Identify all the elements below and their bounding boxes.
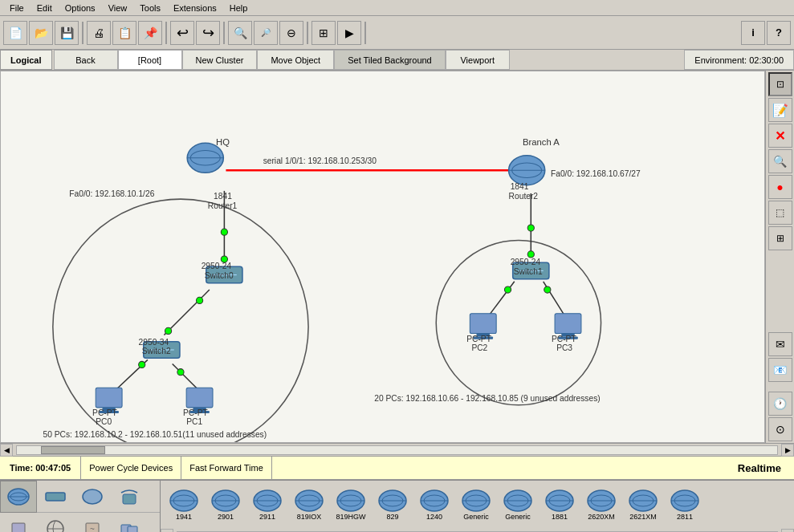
device-1941[interactable]: 1941 [164,489,204,521]
menu-extensions[interactable]: Extensions [167,2,223,14]
menu-edit[interactable]: Edit [31,2,59,14]
logical-tab[interactable]: Logical [0,50,52,70]
hscroll-track[interactable] [16,445,778,455]
resize-tool-button[interactable]: ⊞ [768,226,792,250]
toolbar-sep-1 [82,22,83,44]
mail2-tool-button[interactable]: 📧 [768,358,792,382]
move-object-button[interactable]: Move Object [257,50,334,70]
device-list: 1941 2901 2911 819IOX [161,481,794,532]
print-button[interactable]: 🖨 [87,21,111,45]
statusbar: Time: 00:47:05 Power Cycle Devices Fast … [0,456,794,480]
dev-scroll-right[interactable]: ▶ [781,529,794,532]
toolbar-sep-3 [223,22,225,44]
device-1240[interactable]: 1240 [414,489,454,521]
zoom-in-button[interactable]: 🔍 [228,21,252,45]
note-tool-button[interactable]: 📝 [768,98,792,122]
menu-view[interactable]: View [102,2,134,14]
device-829-icon [378,489,407,513]
toolbar-sep-4 [307,22,308,44]
device-2901[interactable]: 2901 [206,489,246,521]
device-cat-hubs[interactable] [74,481,111,513]
delete-tool-button[interactable]: ✕ [768,124,792,148]
device-cat-wan[interactable] [37,513,74,532]
device-1941-label: 1941 [176,513,192,521]
new-cluster-button[interactable]: New Cluster [182,50,258,70]
clock-tool-button[interactable]: 🕐 [768,392,792,416]
custom-tool-button[interactable]: ⊙ [768,417,792,441]
help-button[interactable]: i [741,21,765,45]
copy-button[interactable]: 📋 [112,21,136,45]
svg-text:20 PCs: 192.168.10.66 - 192.16: 20 PCs: 192.168.10.66 - 192.168.10.85 (9… [374,394,601,403]
inspect-tool-button[interactable]: 🔍 [768,149,792,173]
zoom-label-button[interactable]: 🔎 [254,21,278,45]
device-cat-multiuser[interactable] [111,513,148,532]
svg-text:2950-34: 2950-34 [139,338,169,347]
device-generic-2-icon [503,489,532,513]
svg-point-0 [53,199,308,442]
svg-rect-32 [96,388,122,408]
grid-button[interactable]: ⊞ [311,21,336,45]
zoom-out-button[interactable]: ⊖ [279,21,303,45]
device-819iox[interactable]: 819IOX [289,489,329,521]
scroll-left-arrow[interactable]: ◀ [0,444,13,457]
device-cat-routers[interactable] [0,481,37,513]
menu-file[interactable]: File [3,2,31,14]
hscroll-thumb[interactable] [41,446,105,454]
device-hscrollbar[interactable]: ◀ ▶ [161,529,794,532]
svg-text:PC-PT: PC-PT [466,335,491,343]
device-2911[interactable]: 2911 [247,489,287,521]
select-tool-button[interactable]: ⊡ [768,72,792,96]
toolbar-sep-2 [165,22,167,44]
undo-button[interactable]: ↩ [170,21,194,45]
set-tiled-bg-button[interactable]: Set Tiled Background [334,50,446,70]
svg-text:Branch A: Branch A [523,137,560,147]
environment-label: Environment: 02:30:00 [684,50,794,70]
save-button[interactable]: 💾 [55,21,79,45]
device-panel: ~ 1941 2901 [0,480,794,532]
paste-button[interactable]: 📌 [138,21,162,45]
device-cat-wireless[interactable] [111,481,148,513]
device-2621xm[interactable]: 2621XM [623,489,663,521]
svg-rect-41 [555,314,581,334]
fast-forward-button[interactable]: Fast Forward Time [181,457,272,479]
device-cat-security[interactable] [0,513,37,532]
device-2620xm[interactable]: 2620XM [581,489,621,521]
device-819hgw[interactable]: 819HGW [331,489,371,521]
canvas[interactable]: HQ serial 1/0/1: 192.168.10.253/30 Fa0/0… [0,71,765,443]
svg-point-76 [47,521,63,532]
svg-text:Router1: Router1 [208,201,238,210]
root-button[interactable]: [Root] [118,50,182,70]
back-button[interactable]: Back [54,50,118,70]
draw-tool-button[interactable]: ⬚ [768,201,792,225]
question-button[interactable]: ? [767,21,791,45]
custom1-button[interactable]: ▶ [337,21,361,45]
svg-text:serial 1/0/1: 192.168.10.253/3: serial 1/0/1: 192.168.10.253/30 [263,156,377,165]
new-button[interactable]: 📄 [3,21,27,45]
svg-point-19 [544,286,551,293]
scroll-right-arrow[interactable]: ▶ [781,444,794,457]
menu-tools[interactable]: Tools [133,2,167,14]
device-generic-2[interactable]: Generic [498,489,538,521]
power-cycle-button[interactable]: Power Cycle Devices [81,457,181,479]
svg-text:2950-24: 2950-24 [511,258,541,266]
open-button[interactable]: 📂 [29,21,53,45]
svg-text:Switch0: Switch0 [205,271,234,280]
device-2811[interactable]: 2811 [665,489,705,521]
redo-button[interactable]: ↪ [196,21,220,45]
device-generic-2-label: Generic [505,513,531,521]
hscrollbar[interactable]: ◀ ▶ [0,443,794,456]
device-1240-label: 1240 [426,513,442,521]
device-cat-custom[interactable]: ~ [74,513,111,532]
pdu-tool-button[interactable]: ● [768,175,792,199]
viewport-button[interactable]: Viewport [446,50,510,70]
device-generic-1[interactable]: Generic [456,489,496,521]
device-1881[interactable]: 1881 [540,489,580,521]
svg-text:PC2: PC2 [471,343,487,352]
device-829[interactable]: 829 [373,489,413,521]
dev-scroll-left[interactable]: ◀ [161,529,173,532]
menu-options[interactable]: Options [59,2,102,14]
email-tool-button[interactable]: ✉ [768,332,792,356]
menu-help[interactable]: Help [223,2,254,14]
svg-text:50 PCs: 192.168.10.2 - 192.168: 50 PCs: 192.168.10.2 - 192.168.10.51(11 … [43,430,267,439]
device-cat-switches[interactable] [37,481,74,513]
